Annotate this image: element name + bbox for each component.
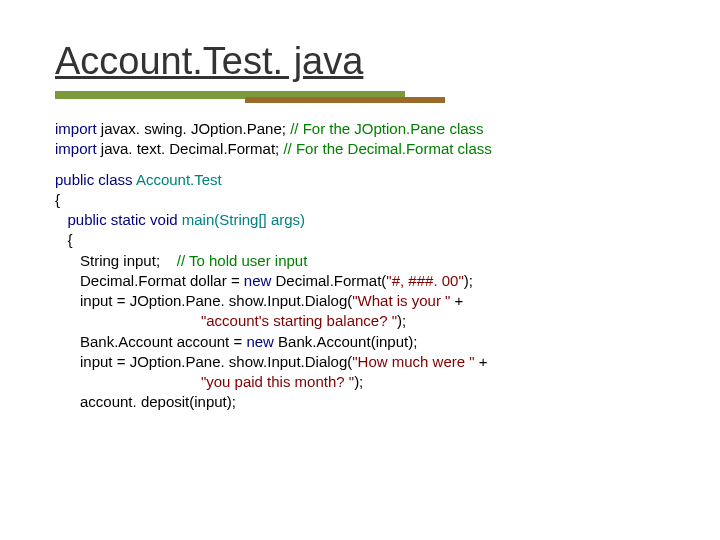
comment: // To hold user input xyxy=(177,252,308,269)
code-text: input = JOption.Pane. show.Input.Dialog( xyxy=(55,292,352,309)
code-text: Decimal.Format( xyxy=(271,272,386,289)
blank-line xyxy=(55,160,665,170)
string-literal: "you paid this month? " xyxy=(201,373,354,390)
comment: // For the Decimal.Format class xyxy=(283,140,491,157)
code-text xyxy=(55,312,201,329)
brace-open: { xyxy=(55,191,60,208)
kw-new: new xyxy=(246,333,274,350)
comment: // For the JOption.Pane class xyxy=(290,120,483,137)
bar-brown xyxy=(245,97,445,103)
string-literal: "account's starting balance? " xyxy=(201,312,397,329)
brace-open: { xyxy=(55,231,73,248)
method-name: main(String[] args) xyxy=(182,211,305,228)
code-text: ); xyxy=(354,373,363,390)
code-text: Decimal.Format dollar = xyxy=(55,272,244,289)
slide-content: Account.Test. java import javax. swing. … xyxy=(0,0,720,433)
page-title: Account.Test. java xyxy=(55,40,665,83)
code-text xyxy=(55,373,201,390)
code-text: ); xyxy=(397,312,406,329)
kw-method-sig: public static void xyxy=(55,211,182,228)
code-text: Bank.Account(input); xyxy=(274,333,417,350)
code-text: input = JOption.Pane. show.Input.Dialog( xyxy=(55,353,352,370)
class-name: Account.Test xyxy=(136,171,222,188)
kw-import: import xyxy=(55,140,97,157)
kw-import: import xyxy=(55,120,97,137)
string-literal: "What is your " xyxy=(352,292,450,309)
code-text: + xyxy=(450,292,463,309)
string-literal: "How much were " xyxy=(352,353,474,370)
kw-new: new xyxy=(244,272,272,289)
code-text: String input; xyxy=(55,252,177,269)
code-text: ); xyxy=(464,272,473,289)
kw-public-class: public class xyxy=(55,171,136,188)
accent-bar xyxy=(55,91,665,105)
code-text: Bank.Account account = xyxy=(55,333,246,350)
code-text: + xyxy=(475,353,488,370)
code-text: javax. swing. JOption.Pane; xyxy=(97,120,290,137)
code-text: account. deposit(input); xyxy=(55,393,236,410)
code-block: import javax. swing. JOption.Pane; // Fo… xyxy=(55,119,665,413)
code-text: java. text. Decimal.Format; xyxy=(97,140,284,157)
string-literal: "#, ###. 00" xyxy=(386,272,463,289)
